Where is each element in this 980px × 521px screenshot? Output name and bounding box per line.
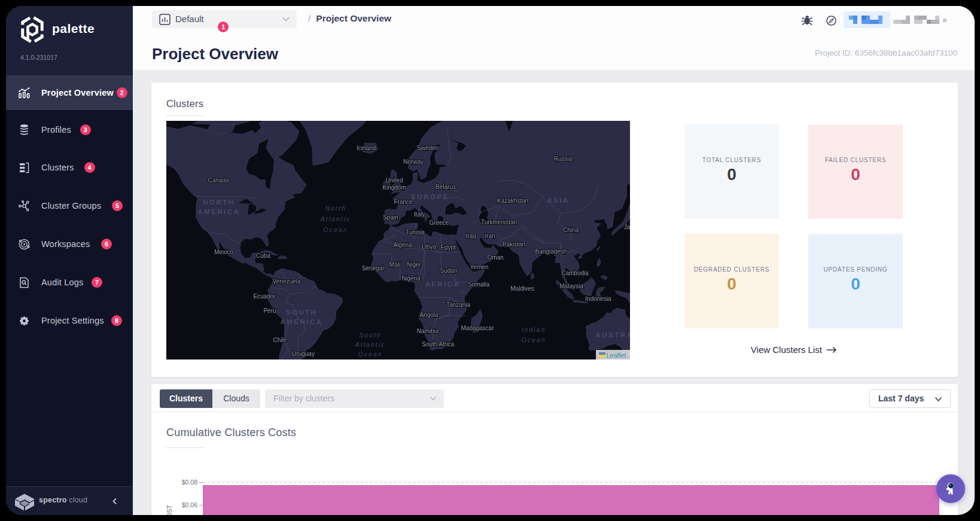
svg-text:AMERICA: AMERICA bbox=[280, 318, 322, 325]
svg-text:Iceland: Iceland bbox=[357, 145, 376, 151]
svg-text:Kazakhstan: Kazakhstan bbox=[497, 197, 528, 204]
svg-text:Chile: Chile bbox=[273, 337, 287, 343]
svg-text:Madagascar: Madagascar bbox=[461, 325, 494, 331]
svg-text:Cuba: Cuba bbox=[256, 252, 270, 259]
svg-text:Uruguay: Uruguay bbox=[292, 351, 315, 357]
svg-text:Mexico: Mexico bbox=[214, 249, 233, 255]
svg-text:Bangladesh: Bangladesh bbox=[535, 248, 567, 255]
svg-text:Tunisia: Tunisia bbox=[406, 229, 425, 236]
svg-text:Iraq: Iraq bbox=[465, 233, 476, 239]
svg-text:Nigeria: Nigeria bbox=[401, 275, 421, 282]
svg-text:Ecuador: Ecuador bbox=[253, 293, 276, 300]
svg-text:Peru: Peru bbox=[263, 307, 276, 314]
svg-text:Greece: Greece bbox=[430, 220, 449, 226]
svg-text:Yemen: Yemen bbox=[470, 264, 489, 270]
svg-text:Atlantic: Atlantic bbox=[355, 341, 385, 348]
svg-text:South Africa: South Africa bbox=[422, 341, 454, 348]
svg-text:Niger: Niger bbox=[407, 261, 422, 268]
svg-text:EUROPE: EUROPE bbox=[411, 193, 449, 200]
svg-text:Spain: Spain bbox=[383, 214, 398, 221]
svg-text:Egypt: Egypt bbox=[440, 244, 456, 251]
svg-text:Malaysia: Malaysia bbox=[559, 283, 583, 290]
svg-text:Algeria: Algeria bbox=[393, 242, 412, 248]
svg-text:North: North bbox=[325, 205, 346, 212]
svg-text:Iran: Iran bbox=[485, 233, 495, 239]
svg-text:Indian: Indian bbox=[522, 326, 546, 333]
svg-text:AFRICA: AFRICA bbox=[425, 281, 460, 288]
svg-text:Namibia: Namibia bbox=[417, 328, 439, 334]
svg-text:Tanzania: Tanzania bbox=[446, 301, 470, 308]
svg-text:Ocean: Ocean bbox=[324, 226, 348, 233]
svg-text:Sudan: Sudan bbox=[440, 267, 458, 274]
svg-text:France: France bbox=[394, 199, 413, 205]
svg-text:AMERICA: AMERICA bbox=[197, 208, 240, 215]
svg-text:Atlantic: Atlantic bbox=[320, 215, 351, 223]
svg-text:Norway: Norway bbox=[403, 159, 424, 165]
svg-text:Ocean: Ocean bbox=[358, 351, 383, 358]
svg-text:NORTH: NORTH bbox=[203, 199, 235, 206]
svg-text:Libya: Libya bbox=[422, 243, 436, 250]
svg-text:Sweden: Sweden bbox=[417, 145, 439, 151]
svg-text:Ja: Ja bbox=[624, 224, 630, 230]
svg-text:AUSTRALIA: AUSTRALIA bbox=[596, 331, 630, 339]
svg-text:South: South bbox=[359, 331, 381, 339]
svg-text:China: China bbox=[563, 227, 579, 233]
svg-text:Leaflet: Leaflet bbox=[606, 352, 626, 359]
svg-text:Senegal: Senegal bbox=[362, 265, 384, 272]
svg-text:Venezuela: Venezuela bbox=[273, 278, 301, 285]
svg-text:Somalia: Somalia bbox=[468, 281, 490, 288]
svg-text:Italy: Italy bbox=[414, 211, 425, 218]
svg-text:Ocean: Ocean bbox=[522, 336, 546, 343]
svg-text:Indonesia: Indonesia bbox=[585, 295, 611, 302]
svg-text:Kingdom: Kingdom bbox=[382, 184, 406, 191]
svg-text:Oman: Oman bbox=[487, 254, 503, 261]
svg-text:Cambodia: Cambodia bbox=[561, 270, 589, 276]
svg-text:Canada: Canada bbox=[208, 177, 229, 184]
svg-text:ASIA: ASIA bbox=[547, 197, 569, 204]
svg-text:Pakistan: Pakistan bbox=[503, 241, 525, 248]
svg-text:SOUTH: SOUTH bbox=[286, 309, 318, 316]
svg-text:Maldives: Maldives bbox=[510, 285, 534, 292]
svg-text:Turkmenistan: Turkmenistan bbox=[481, 219, 517, 226]
svg-text:United: United bbox=[386, 177, 403, 184]
svg-text:Mali: Mali bbox=[389, 261, 400, 268]
svg-text:Angola: Angola bbox=[419, 312, 439, 318]
svg-text:Belarus: Belarus bbox=[436, 184, 456, 190]
svg-text:Russia: Russia bbox=[554, 156, 573, 162]
